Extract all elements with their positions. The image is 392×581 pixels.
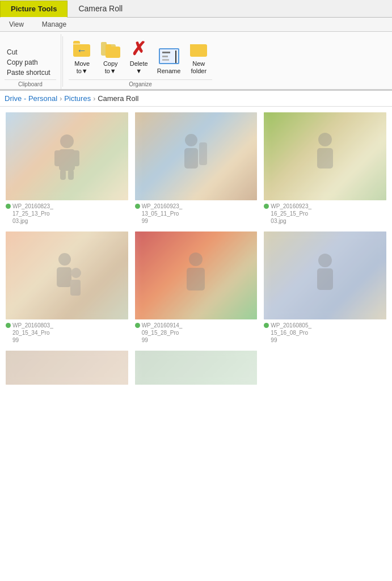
svg-rect-5 (68, 170, 74, 180)
clipboard-group: Cut Copy path Paste shortcut (5, 48, 56, 77)
clipboard-items: Cut Copy path Paste shortcut (5, 36, 56, 77)
clipboard-section-label: Clipboard (5, 79, 56, 89)
breadcrumb-pictures[interactable]: Pictures (64, 94, 91, 103)
photo-item-6[interactable]: WP_20160805_ 15_16_08_Pro 99 (264, 231, 386, 344)
rename-icon (159, 46, 179, 66)
new-folder-icon (188, 39, 209, 59)
photo-item-4[interactable]: WP_20160803_ 20_15_34_Pro 99 (6, 231, 128, 344)
breadcrumb-sep-1: › (60, 95, 62, 103)
photo-label-6: WP_20160805_ 15_16_08_Pro 99 (264, 322, 311, 344)
photo-thumb-1 (6, 112, 128, 200)
svg-rect-2 (54, 150, 61, 166)
photo-label-2: WP_20160923_ 13_05_11_Pro 99 (135, 203, 183, 225)
breadcrumb: Drive - Personal › Pictures › Camera Rol… (0, 91, 392, 107)
photo-status-dot-1 (6, 204, 11, 209)
move-to-label: Moveto▼ (74, 60, 90, 75)
breadcrumb-sep-2: › (93, 95, 95, 103)
photo-thumb-2 (135, 112, 258, 200)
delete-label: Delete▼ (130, 60, 148, 75)
photo-item-3[interactable]: WP_20160923_ 16_25_15_Pro 03.jpg (264, 112, 386, 225)
svg-point-11 (58, 253, 71, 266)
photo-grid-area: WP_20160823_ 17_25_13_Pro 03.jpg WP_201 (0, 107, 392, 390)
move-to-icon: ← (72, 39, 92, 59)
photo-thumb-5 (135, 231, 258, 319)
svg-rect-14 (70, 280, 81, 296)
photo-status-dot-6 (264, 323, 269, 328)
copy-to-icon (100, 39, 121, 59)
photo-label-text-3: WP_20160923_ 16_25_15_Pro 03.jpg (271, 203, 311, 225)
photo-label-4: WP_20160803_ 20_15_34_Pro 99 (6, 322, 53, 344)
svg-point-15 (189, 252, 203, 266)
ribbon-section-organize: ← Moveto▼ (64, 34, 217, 89)
svg-point-6 (185, 134, 197, 146)
organize-section-label: Organize (69, 79, 213, 89)
copy-path-button[interactable]: Copy path (5, 58, 53, 67)
svg-point-9 (318, 133, 332, 146)
move-to-button[interactable]: ← Moveto▼ (69, 36, 96, 77)
photo-label-text-1: WP_20160823_ 17_25_13_Pro 03.jpg (12, 203, 53, 225)
ribbon-tab-bar: Picture Tools Camera Roll (0, 0, 392, 18)
ribbon: Picture Tools Camera Roll View Manage Cu… (0, 0, 392, 91)
svg-rect-16 (187, 268, 205, 290)
copy-to-label: Copyto▼ (103, 60, 118, 75)
sub-tab-view[interactable]: View (0, 18, 33, 31)
photo-thumb-6 (264, 231, 386, 319)
copy-to-button[interactable]: Copyto▼ (97, 36, 124, 77)
ribbon-section-clipboard: Cut Copy path Paste shortcut Clipboard (0, 34, 61, 89)
delete-button[interactable]: ✗ Delete▼ (125, 36, 153, 77)
photo-label-text-6: WP_20160805_ 15_16_08_Pro 99 (271, 322, 311, 344)
photo-label-5: WP_20160914_ 09_15_28_Pro 99 (135, 322, 183, 344)
new-folder-button[interactable]: Newfolder (185, 36, 212, 77)
rename-label: Rename (157, 68, 181, 75)
svg-rect-7 (184, 148, 198, 169)
svg-point-17 (318, 254, 332, 267)
rename-button[interactable]: Rename (154, 44, 184, 77)
breadcrumb-camera-roll: Camera Roll (98, 94, 138, 103)
svg-rect-1 (59, 149, 75, 171)
photo-grid: WP_20160823_ 17_25_13_Pro 03.jpg WP_201 (3, 112, 389, 344)
sub-tab-manage[interactable]: Manage (33, 18, 75, 31)
cut-button[interactable]: Cut (5, 48, 53, 57)
svg-point-0 (60, 134, 74, 148)
svg-rect-8 (199, 142, 207, 165)
svg-rect-18 (317, 268, 333, 290)
photo-status-dot-2 (135, 204, 140, 209)
paste-shortcut-button[interactable]: Paste shortcut (5, 68, 53, 77)
ribbon-divider-1 (62, 36, 63, 87)
photo-thumb-partial-1 (6, 351, 128, 385)
tab-picture-tools[interactable]: Picture Tools (0, 1, 68, 18)
new-folder-label: Newfolder (191, 60, 207, 75)
svg-rect-10 (317, 148, 333, 169)
photo-thumb-partial-2 (135, 351, 258, 385)
svg-point-13 (71, 268, 81, 278)
photo-item-7[interactable] (6, 351, 128, 385)
breadcrumb-drive[interactable]: Drive - Personal (5, 94, 57, 103)
photo-status-dot-3 (264, 204, 269, 209)
photo-label-text-5: WP_20160914_ 09_15_28_Pro 99 (142, 322, 183, 344)
ribbon-content-area: Cut Copy path Paste shortcut Clipboard (0, 32, 392, 90)
photo-item-5[interactable]: WP_20160914_ 09_15_28_Pro 99 (135, 231, 258, 344)
photo-item-2[interactable]: WP_20160923_ 13_05_11_Pro 99 (135, 112, 258, 225)
photo-thumb-3 (264, 112, 386, 200)
svg-rect-12 (57, 267, 71, 287)
photo-status-dot-5 (135, 323, 140, 328)
organize-buttons: ← Moveto▼ (69, 36, 213, 77)
svg-rect-3 (73, 150, 79, 166)
photo-label-text-2: WP_20160923_ 13_05_11_Pro 99 (142, 203, 183, 225)
photo-label-text-4: WP_20160803_ 20_15_34_Pro 99 (12, 322, 53, 344)
photo-item-1[interactable]: WP_20160823_ 17_25_13_Pro 03.jpg (6, 112, 128, 225)
delete-icon: ✗ (129, 39, 149, 59)
photo-status-dot-4 (6, 323, 11, 328)
photo-label-3: WP_20160923_ 16_25_15_Pro 03.jpg (264, 203, 311, 225)
svg-rect-4 (60, 170, 66, 180)
ribbon-sub-tab-bar: View Manage (0, 18, 392, 32)
photo-thumb-4 (6, 231, 128, 319)
photo-grid-partial (3, 351, 389, 385)
photo-label-1: WP_20160823_ 17_25_13_Pro 03.jpg (6, 203, 53, 225)
photo-item-8[interactable] (135, 351, 258, 385)
tab-camera-roll[interactable]: Camera Roll (68, 0, 133, 17)
